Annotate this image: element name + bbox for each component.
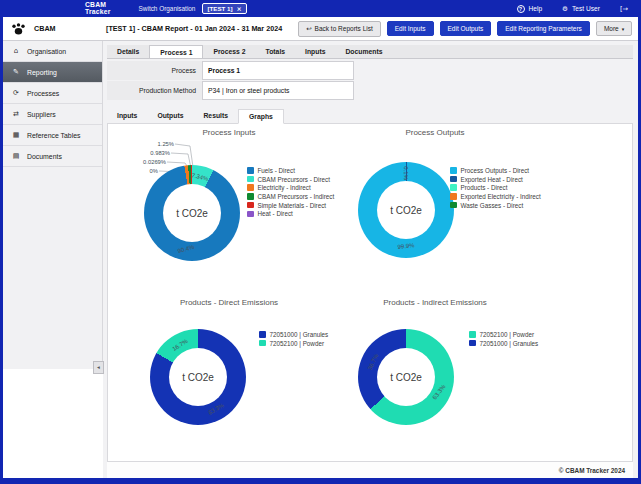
donut-process-outputs[interactable]: t CO2e 0.1% 99.9% [358,162,454,258]
legend-item[interactable]: Products - Direct [450,183,541,192]
more-button[interactable]: More ▾ [596,21,632,36]
chart-title: Process Outputs [320,128,550,142]
legend-label: Exported Electricity - Indirect [461,193,541,200]
legend-label: Electricity - Indirect [258,184,311,191]
sidebar-item-reference-tables[interactable]: ▦ Reference Tables [3,125,102,146]
legend-label: 72052100 | Powder [480,331,535,338]
donut-products-direct[interactable]: t CO2e 83.3% 16.7% [150,329,246,425]
gear-icon: ⚙ [562,5,568,13]
tab-process-2[interactable]: Process 2 [203,45,255,58]
edit-outputs-button[interactable]: Edit Outputs [440,21,492,36]
sidebar-item-organisation[interactable]: ⌂ Organisation [3,41,102,62]
subtab-graphs[interactable]: Graphs [238,109,284,124]
legend-item[interactable]: Exported Heat - Direct [450,175,541,184]
donut-products-indirect[interactable]: t CO2e 63.3% 36.7% [358,329,454,425]
chart-title: Products - Direct Emissions [110,298,348,312]
donut-process-inputs[interactable]: t CO2e 7.34% 90.4% [144,165,240,261]
sidebar-item-documents[interactable]: ▤ Documents [3,146,102,167]
legend-label: Heat - Direct [258,210,293,217]
user-menu[interactable]: ⚙ Test User [562,5,600,13]
back-to-reports-button[interactable]: ↩ Back to Reports List [298,21,381,37]
donut-center: t CO2e [169,348,227,406]
app-window: CBAM Tracker Switch Organisation [TEST 1… [0,0,641,484]
toolbar: CBAM [TEST 1] - CBAM Report - 01 Jan 202… [3,17,638,41]
legend-label: 72052100 | Powder [270,340,325,347]
legend-swatch [259,331,266,338]
form-row-process: Process Process 1 [107,61,633,80]
process-sub-tab-bar: Inputs Outputs Results Graphs [107,109,633,123]
toolbar-buttons: ↩ Back to Reports List Edit Inputs Edit … [298,21,632,37]
cbam-tracker-logo: CBAM Tracker [85,2,111,15]
legend-swatch [247,193,254,200]
chart-legend: 72051000 | Granules72052100 | Powder [259,330,328,347]
tab-process-1[interactable]: Process 1 [149,45,203,58]
legend-label: Products - Direct [461,184,508,191]
legend-swatch [259,340,266,347]
subtab-outputs[interactable]: Outputs [147,109,193,123]
sidebar-item-suppliers[interactable]: ⇄ Suppliers [3,104,102,125]
copyright-text: © CBAM Tracker 2024 [559,467,625,474]
callout-label: 0.0269% [126,159,166,165]
cbam-paw-logo-icon [12,23,25,35]
callout-label: 1.25% [134,141,174,147]
user-label: Test User [572,5,600,12]
sidebar-collapse-handle[interactable]: ◂ [93,361,104,374]
graphs-panel: Process Inputs 1.25% 0.983% 0.0269% [107,123,633,462]
production-method-label: Production Method [107,81,202,100]
body-row: ⌂ Organisation ✎ Reporting ⟳ Processes ⇄… [3,41,638,478]
legend-swatch [247,211,254,218]
organisation-selector-button[interactable]: [TEST 1] × [202,3,246,14]
tab-details[interactable]: Details [107,45,149,58]
legend-label: Fuels - Direct [258,167,295,174]
subtab-results[interactable]: Results [193,109,238,123]
legend-swatch [469,340,476,347]
tab-documents[interactable]: Documents [335,45,392,58]
legend-swatch [450,176,457,183]
footer: © CBAM Tracker 2024 [107,462,633,478]
brand-label: CBAM [34,24,56,33]
chevron-down-icon: ▾ [622,26,625,32]
table-icon: ▦ [11,131,21,139]
help-menu[interactable]: ? Help [517,5,543,13]
tab-totals[interactable]: Totals [256,45,296,58]
brand-area: CBAM [3,23,100,35]
donut-center: t CO2e [163,184,221,242]
legend-item[interactable]: 72051000 | Granules [259,330,328,339]
chart-products-indirect-emissions: Products - Indirect Emissions t CO2e 63.… [320,298,550,452]
legend-item[interactable]: 72051000 | Granules [469,339,538,348]
production-method-value: P34 | Iron or steel products [202,81,354,100]
logout-button[interactable]: [→ [620,5,628,13]
switch-organisation-label: Switch Organisation [139,5,196,12]
sidebar: ⌂ Organisation ✎ Reporting ⟳ Processes ⇄… [3,41,103,478]
legend-item[interactable]: 72052100 | Powder [469,330,538,339]
slice-label: 7.34% [191,172,209,182]
process-value: Process 1 [202,61,354,80]
legend-swatch [450,167,457,174]
edit-inputs-button[interactable]: Edit Inputs [387,21,434,36]
sidebar-item-processes[interactable]: ⟳ Processes [3,83,102,104]
subtab-inputs[interactable]: Inputs [107,109,147,123]
legend-item[interactable]: Waste Gasses - Direct [450,201,541,210]
slice-label: 0.1% [403,166,409,180]
back-arrow-icon: ↩ [306,25,311,33]
app-content: CBAM Tracker Switch Organisation [TEST 1… [3,0,638,478]
report-tab-bar: Details Process 1 Process 2 Totals Input… [107,45,633,59]
edit-reporting-parameters-button[interactable]: Edit Reporting Parameters [497,21,590,36]
top-bar: CBAM Tracker Switch Organisation [TEST 1… [3,0,638,17]
sidebar-panel: ⌂ Organisation ✎ Reporting ⟳ Processes ⇄… [3,41,103,369]
legend-label: Simple Materials - Direct [258,202,327,209]
legend-swatch [247,176,254,183]
legend-item[interactable]: Process Outputs - Direct [450,166,541,175]
page-title: [TEST 1] - CBAM Report - 01 Jan 2024 - 3… [106,24,282,33]
legend-item[interactable]: 72052100 | Powder [259,339,328,348]
sidebar-item-reporting[interactable]: ✎ Reporting [3,62,102,83]
legend-swatch [247,167,254,174]
tab-inputs[interactable]: Inputs [295,45,335,58]
legend-item[interactable]: Exported Electricity - Indirect [450,192,541,201]
legend-swatch [450,202,457,209]
exchange-icon: ⇄ [11,110,21,118]
legend-label: Waste Gasses - Direct [461,202,524,209]
chart-process-outputs: Process Outputs t CO2e 0.1% 99.9% Proces… [320,128,550,282]
chart-legend: 72052100 | Powder72051000 | Granules [469,330,538,347]
close-icon[interactable]: × [237,5,242,12]
